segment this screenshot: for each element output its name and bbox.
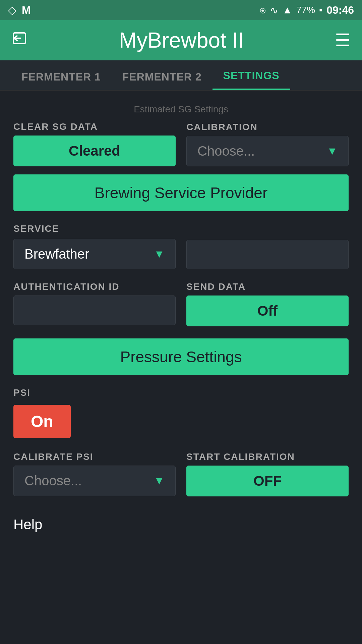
service-dropdown[interactable]: Brewfather ▼	[13, 239, 176, 269]
status-right: ⍟ ∿ ▲ 77% ▪ 09:46	[260, 4, 354, 16]
help-link[interactable]: Help	[13, 517, 349, 533]
psi-toggle[interactable]: On	[13, 405, 71, 438]
calibrate-psi-arrow: ▼	[154, 475, 165, 487]
pressure-settings-button[interactable]: Pressure Settings	[13, 338, 349, 375]
signal-icon: ▲	[282, 4, 292, 16]
tab-fermenter1[interactable]: FERMENTER 1	[11, 64, 112, 90]
calibration-arrow: ▼	[327, 145, 338, 157]
start-calibration-group: START CALIBRATION OFF	[186, 451, 349, 496]
calibration-label: CALIBRATION	[186, 122, 349, 132]
send-data-toggle[interactable]: Off	[186, 296, 349, 326]
m-icon: M	[22, 4, 31, 16]
auth-id-input[interactable]	[13, 296, 176, 325]
auth-id-label: AUTHENTICATION ID	[13, 281, 176, 292]
sg-calibration-row: CLEAR SG DATA Cleared CALIBRATION Choose…	[13, 121, 349, 166]
calibration-group: CALIBRATION Choose... ▼	[186, 122, 349, 166]
auth-id-group: AUTHENTICATION ID	[13, 281, 176, 325]
clear-sg-label: CLEAR SG DATA	[13, 121, 176, 132]
calibration-value: Choose...	[197, 144, 255, 159]
battery-text: 77%	[296, 5, 315, 15]
service-arrow: ▼	[154, 248, 165, 260]
back-button[interactable]	[11, 30, 28, 51]
send-data-group: SEND DATA Off	[186, 281, 349, 326]
service-label: SERVICE	[13, 223, 349, 234]
status-bar: ◇ M ⍟ ∿ ▲ 77% ▪ 09:46	[0, 0, 362, 20]
app-title: MyBrewbot II	[119, 28, 244, 53]
wifi-icon: ∿	[270, 4, 278, 16]
tab-settings[interactable]: SETTINGS	[213, 63, 290, 90]
start-calibration-label: START CALIBRATION	[186, 451, 349, 462]
calibration-dropdown[interactable]: Choose... ▼	[186, 136, 349, 166]
cleared-button[interactable]: Cleared	[13, 136, 176, 166]
settings-content: Estimated SG Settings CLEAR SG DATA Clea…	[0, 91, 362, 644]
calibrate-psi-dropdown[interactable]: Choose... ▼	[13, 466, 176, 496]
menu-button[interactable]: ☰	[335, 32, 351, 49]
calibrate-psi-label: CALIBRATE PSI	[13, 451, 176, 462]
status-left: ◇ M	[8, 4, 31, 16]
calibrate-psi-value: Choose...	[24, 473, 82, 488]
estimated-label: Estimated SG Settings	[13, 104, 349, 115]
tab-fermenter2[interactable]: FERMENTER 2	[112, 64, 213, 90]
bluetooth-icon: ⍟	[260, 4, 266, 16]
battery-icon: ▪	[319, 5, 322, 15]
time-display: 09:46	[326, 4, 354, 16]
dropbox-icon: ◇	[8, 4, 16, 16]
calibrate-psi-row: CALIBRATE PSI Choose... ▼ START CALIBRAT…	[13, 451, 349, 496]
calibrate-psi-group: CALIBRATE PSI Choose... ▼	[13, 451, 176, 496]
send-data-label: SEND DATA	[186, 281, 349, 292]
auth-senddata-row: AUTHENTICATION ID SEND DATA Off	[13, 281, 349, 326]
clear-sg-group: CLEAR SG DATA Cleared	[13, 121, 176, 166]
psi-label: PSI	[13, 387, 349, 398]
app-header: MyBrewbot II ☰	[0, 20, 362, 60]
start-calibration-toggle[interactable]: OFF	[186, 466, 349, 496]
service-value: Brewfather	[24, 247, 89, 262]
service-row: Brewfather ▼	[13, 239, 349, 269]
brewing-service-provider-button[interactable]: Brewing Service Provider	[13, 174, 349, 211]
service-input[interactable]	[186, 240, 349, 269]
tabs-container: FERMENTER 1 FERMENTER 2 SETTINGS	[0, 60, 362, 91]
